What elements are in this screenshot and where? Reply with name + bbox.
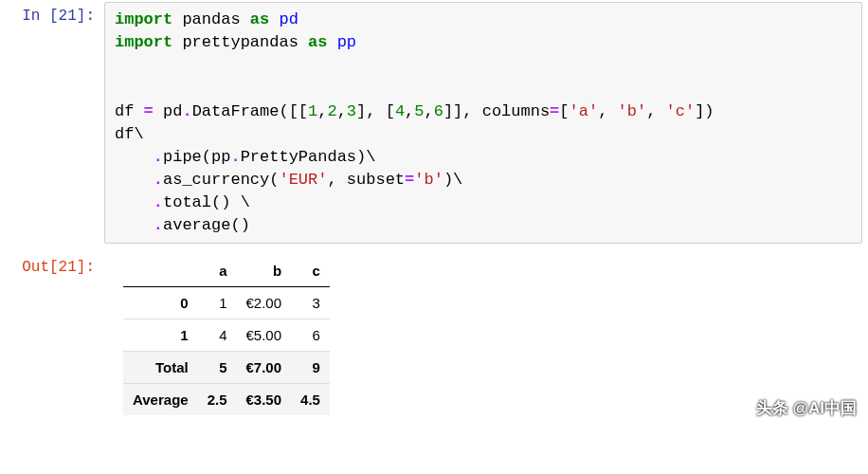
row-index: Average — [123, 384, 198, 416]
cell-value: €5.00 — [237, 319, 292, 352]
cell-value: 4.5 — [291, 384, 330, 416]
cell-value: €3.50 — [237, 384, 292, 416]
row-index: 0 — [123, 287, 198, 319]
output-area: abc 01€2.00314€5.006Total5€7.009Average2… — [104, 251, 868, 425]
column-header: a — [198, 255, 237, 287]
index-header — [123, 255, 198, 287]
cell-value: 1 — [198, 287, 237, 319]
cell-value: 2.5 — [198, 384, 237, 416]
cell-value: 5 — [198, 352, 237, 384]
dataframe-table: abc 01€2.00314€5.006Total5€7.009Average2… — [123, 255, 330, 415]
input-cell: In [21]: import pandas as pd import pret… — [0, 0, 868, 244]
code-editor[interactable]: import pandas as pd import prettypandas … — [104, 2, 862, 244]
table-row: 01€2.003 — [123, 287, 330, 319]
cell-value: €7.00 — [237, 352, 292, 384]
column-header: c — [291, 255, 330, 287]
input-prompt: In [21]: — [0, 0, 104, 25]
column-header: b — [237, 255, 292, 287]
output-prompt: Out[21]: — [0, 251, 104, 276]
row-index: Total — [123, 352, 198, 384]
cell-value: 6 — [291, 319, 330, 352]
table-row: Average2.5€3.504.5 — [123, 384, 330, 416]
table-row: 14€5.006 — [123, 319, 330, 352]
cell-value: 3 — [291, 287, 330, 319]
row-index: 1 — [123, 319, 198, 352]
cell-value: 9 — [291, 352, 330, 384]
watermark-text: 头条 @AI中国 — [756, 397, 857, 419]
cell-value: €2.00 — [237, 287, 292, 319]
output-cell: Out[21]: abc 01€2.00314€5.006Total5€7.00… — [0, 251, 868, 425]
cell-value: 4 — [198, 319, 237, 352]
table-row: Total5€7.009 — [123, 352, 330, 384]
